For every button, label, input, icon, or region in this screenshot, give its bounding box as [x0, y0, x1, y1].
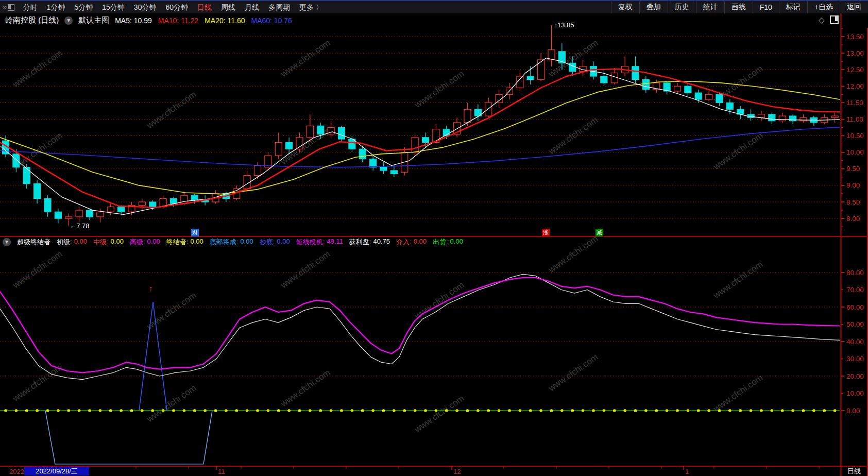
main-chart-selector[interactable]: 默认主图: [78, 15, 109, 25]
zero-dot: [771, 409, 774, 412]
zero-dot: [193, 409, 196, 412]
field-label: 初级:: [57, 237, 72, 247]
zero-dot: [707, 409, 710, 412]
zero-dot: [571, 409, 574, 412]
candle-body: [632, 66, 639, 80]
zero-dot: [203, 409, 207, 412]
zero-dot: [687, 409, 690, 412]
field-value: 0.00: [450, 237, 463, 247]
ma-line-MA10: [0, 69, 840, 208]
zero-dot: [382, 409, 385, 412]
zero-dot: [319, 409, 322, 412]
field-value: 0.00: [147, 237, 160, 247]
split-view-icon[interactable]: [830, 15, 839, 24]
price-axis-label: 9.00: [846, 181, 860, 189]
candle-body: [34, 184, 41, 199]
candle-body: [275, 142, 282, 156]
indicator-axis-label: 20.00: [846, 372, 864, 380]
chevron-down-icon[interactable]: ▼: [64, 16, 73, 25]
candle-body: [254, 165, 261, 175]
zero-dot: [697, 409, 700, 412]
candle-body: [758, 114, 765, 117]
zero-dot: [445, 409, 448, 412]
zero-dot: [141, 409, 144, 412]
zero-dot: [172, 409, 175, 412]
ma-label-2: MA20: 11.60: [205, 16, 245, 25]
zero-dot: [812, 409, 815, 412]
price-axis-label: 12.00: [846, 82, 864, 90]
zero-dot: [57, 409, 60, 412]
candle-body: [695, 93, 702, 99]
ma-label-3: MA60: 10.76: [251, 16, 292, 25]
zero-dot: [529, 409, 532, 412]
zero-dot: [550, 409, 553, 412]
candle-body: [317, 126, 324, 134]
zero-dot: [603, 409, 606, 412]
stock-name: 岭南控股 (日线): [5, 15, 59, 25]
zero-dot: [46, 409, 49, 412]
field-label: 介入:: [396, 237, 412, 247]
indicator-field-2: 高级:0.00: [130, 237, 160, 247]
indicator-axis-label: 80.00: [846, 269, 864, 277]
indicator-field-6: 短线投机:49.11: [296, 237, 343, 247]
zero-dot: [476, 409, 480, 412]
selected-date-box[interactable]: 2022/09/28/三: [24, 467, 89, 475]
zero-dot: [130, 409, 133, 412]
candle-body: [706, 94, 712, 99]
zero-dot: [4, 409, 7, 412]
watermark: www.cfchi.com: [711, 259, 765, 301]
zero-dot: [466, 409, 469, 412]
zero-dot: [424, 409, 427, 412]
chevron-down-icon[interactable]: ▼: [3, 238, 11, 246]
candle-body: [44, 199, 51, 212]
ma-line-MA5: [0, 58, 840, 215]
watermark: www.cfchi.com: [145, 383, 198, 424]
candle-body: [716, 94, 723, 103]
price-axis-label: 11.00: [846, 115, 863, 123]
zero-dot: [340, 409, 343, 412]
zero-dot: [36, 409, 39, 412]
zero-dot: [781, 409, 784, 412]
candle-body: [464, 109, 471, 123]
indicator-field-4: 底部将成:0.00: [210, 237, 253, 247]
price-axis-label: 9.50: [846, 165, 860, 173]
watermark: www.cfchi.com: [711, 372, 765, 414]
month-label-1: 12: [453, 468, 461, 475]
candle-body: [191, 195, 198, 200]
diamond-icon[interactable]: ◇: [819, 16, 825, 24]
zero-dot: [728, 409, 731, 412]
timeline-year: 2022: [9, 468, 24, 475]
indicator-axis-label: 60.00: [846, 303, 864, 311]
period-indicator[interactable]: 日线: [841, 467, 867, 475]
candle-body: [171, 199, 177, 204]
indicator-axis-label: 70.00: [846, 286, 864, 294]
zero-dot: [655, 409, 658, 412]
zero-dot: [267, 409, 270, 412]
zero-dot: [67, 409, 70, 412]
watermark: www.cfchi.com: [547, 352, 600, 394]
zero-dot: [718, 409, 721, 412]
zero-dot: [760, 409, 763, 412]
field-label: 抄底:: [260, 237, 275, 247]
zero-dot: [393, 409, 396, 412]
zero-dot: [519, 409, 522, 412]
watermark: www.cfchi.com: [413, 69, 466, 110]
indicator-axis-label: 10.00: [846, 389, 864, 397]
candle-body: [149, 202, 156, 207]
candle-body: [139, 202, 145, 205]
price-axis-label: 11.50: [846, 99, 863, 107]
field-value: 0.00: [414, 237, 427, 247]
indicator-header: ▼ 超级终结者 初级:0.00中级:0.00高级:0.00终结者:0.00底部将…: [3, 237, 463, 247]
indicator-axis-label: 0.00: [846, 407, 860, 415]
watermark: www.cfchi.com: [11, 249, 64, 291]
zero-dot: [78, 409, 81, 412]
candle-body: [769, 114, 775, 121]
price-axis-label: 8.00: [846, 215, 860, 223]
zero-dot: [287, 409, 291, 412]
watermark: www.cfchi.com: [279, 249, 332, 291]
indicator-title[interactable]: 超级终结者: [17, 237, 50, 247]
candle-body: [118, 207, 125, 212]
price-axis-label: 10.50: [846, 132, 864, 140]
zero-dot: [455, 409, 458, 412]
high-price-text: 13.85: [557, 21, 574, 29]
